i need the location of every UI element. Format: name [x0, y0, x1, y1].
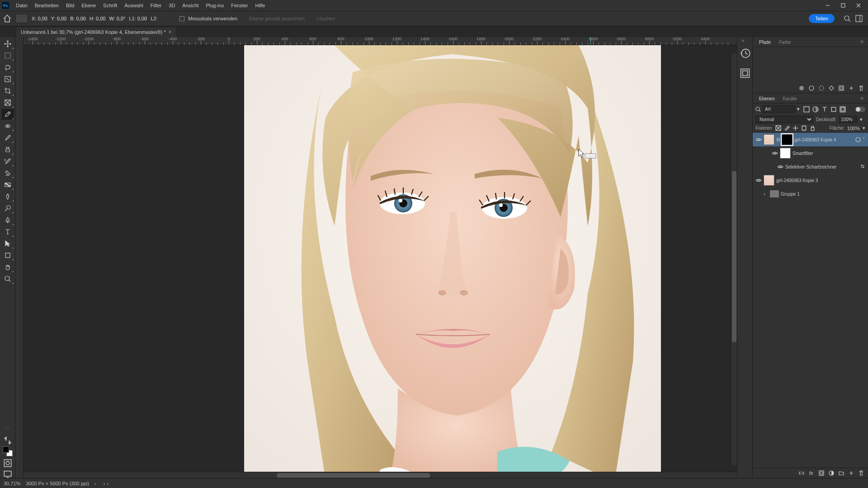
- workspace-icon[interactable]: [855, 15, 863, 22]
- next-icon[interactable]: ›: [107, 481, 108, 486]
- lock-artboard-icon[interactable]: [801, 125, 807, 131]
- menu-ebene[interactable]: Ebene: [78, 1, 99, 9]
- tab-ebenen[interactable]: Ebenen: [755, 94, 778, 103]
- clone-tool[interactable]: [1, 144, 14, 155]
- brush-tool[interactable]: [1, 132, 14, 143]
- shape-tool[interactable]: [1, 250, 14, 261]
- tool-preset-dropdown[interactable]: [15, 14, 28, 23]
- healing-tool[interactable]: [1, 121, 14, 131]
- layer-group1[interactable]: › Gruppe 1: [753, 187, 868, 201]
- new-group-icon[interactable]: [838, 470, 844, 476]
- crop-tool[interactable]: [1, 85, 14, 96]
- filter-smart-icon[interactable]: [840, 106, 846, 113]
- group-expand-icon[interactable]: ›: [764, 191, 768, 197]
- eyedropper-tool[interactable]: [1, 109, 14, 120]
- stroke-path-icon[interactable]: [808, 85, 815, 91]
- visibility-icon[interactable]: [772, 150, 778, 156]
- layer-name[interactable]: girl-2406963 Kopie 4: [794, 137, 854, 142]
- layer-kopie4[interactable]: ⛓ girl-2406963 Kopie 4 ˅: [753, 133, 868, 146]
- fg-bg-colors[interactable]: [3, 446, 13, 456]
- pen-tool[interactable]: [1, 215, 14, 225]
- straighten-button[interactable]: Ebene gerade ausrichten: [249, 16, 305, 21]
- marquee-tool[interactable]: [1, 50, 14, 61]
- layer-name[interactable]: Gruppe 1: [781, 192, 865, 197]
- layer-thumbnail[interactable]: [764, 134, 774, 145]
- eraser-tool[interactable]: [1, 168, 14, 178]
- menu-bearbeiten[interactable]: Bearbeiten: [32, 1, 62, 9]
- fill-value[interactable]: 100%: [847, 126, 860, 131]
- layer-sharpen-filter[interactable]: Selektiver Scharfzeichner: [753, 160, 868, 174]
- clear-button[interactable]: Löschen: [316, 16, 335, 21]
- layer-collapse-icon[interactable]: ˅: [863, 137, 865, 143]
- filter-dropdown-icon[interactable]: ▾: [797, 106, 800, 112]
- path-select-tool[interactable]: [1, 238, 14, 249]
- filter-pixel-icon[interactable]: [803, 106, 810, 113]
- close-button[interactable]: [851, 0, 866, 10]
- measurescale-checkbox[interactable]: [179, 16, 184, 21]
- frame-tool[interactable]: [1, 97, 14, 108]
- maximize-button[interactable]: [835, 0, 851, 10]
- menu-datei[interactable]: Datei: [13, 1, 31, 9]
- make-workpath-icon[interactable]: [828, 85, 835, 91]
- fill-path-icon[interactable]: [798, 85, 805, 91]
- search-icon[interactable]: [844, 15, 851, 22]
- menu-auswahl[interactable]: Auswahl: [121, 1, 146, 9]
- gradient-tool[interactable]: [1, 179, 14, 190]
- horizontal-scrollbar[interactable]: [24, 472, 737, 478]
- layer-name[interactable]: Smartfilter: [793, 151, 865, 156]
- blur-tool[interactable]: [1, 191, 14, 202]
- visibility-icon[interactable]: [755, 136, 762, 143]
- quickmask-icon[interactable]: [4, 459, 12, 467]
- screenmode-icon[interactable]: [4, 470, 12, 478]
- tab-farbe[interactable]: Farbe: [775, 38, 794, 47]
- menu-schrift[interactable]: Schrift: [100, 1, 120, 9]
- lock-pixels-icon[interactable]: [784, 125, 790, 131]
- add-mask-icon[interactable]: [838, 85, 844, 91]
- layer-style-icon[interactable]: fx: [808, 470, 815, 476]
- filter-type-icon[interactable]: [821, 106, 828, 113]
- layer-mask-thumbnail[interactable]: [782, 134, 793, 145]
- vertical-scrollbar[interactable]: [731, 53, 737, 465]
- lock-all-icon[interactable]: [810, 125, 816, 131]
- filter-shape-icon[interactable]: [830, 106, 837, 113]
- hand-tool[interactable]: [1, 262, 14, 272]
- move-tool[interactable]: [1, 38, 14, 49]
- layer-name[interactable]: girl-2406963 Kopie 3: [776, 178, 865, 183]
- layer-smartfilter[interactable]: Smartfilter: [753, 146, 868, 160]
- visibility-icon[interactable]: [777, 164, 783, 170]
- type-tool[interactable]: [1, 226, 14, 237]
- menu-filter[interactable]: Filter: [147, 1, 165, 9]
- menu-ansicht[interactable]: Ansicht: [179, 1, 202, 9]
- dodge-tool[interactable]: [1, 203, 14, 214]
- link-layers-icon[interactable]: [798, 470, 805, 476]
- menu-fenster[interactable]: Fenster: [228, 1, 251, 9]
- menu-3d[interactable]: 3D: [165, 1, 178, 9]
- share-button[interactable]: Teilen: [809, 14, 835, 23]
- lock-transparent-icon[interactable]: [775, 125, 781, 131]
- menu-hilfe[interactable]: Hilfe: [252, 1, 268, 9]
- zoom-tool[interactable]: [1, 273, 14, 284]
- status-flyout-icon[interactable]: ›: [94, 481, 96, 486]
- visibility-icon[interactable]: [755, 177, 762, 183]
- minimize-button[interactable]: [820, 0, 835, 10]
- tab-kanale[interactable]: Kanäle: [779, 94, 800, 103]
- filter-toggle[interactable]: [855, 107, 865, 112]
- opacity-value[interactable]: 100%: [839, 116, 857, 123]
- layer-thumbnail[interactable]: [764, 175, 774, 186]
- fill-flyout-icon[interactable]: ▾: [863, 125, 865, 131]
- filter-name[interactable]: Selektiver Scharfzeichner: [785, 164, 858, 169]
- layer-type-filter[interactable]: [763, 105, 795, 113]
- lock-position-icon[interactable]: [793, 125, 798, 131]
- home-icon[interactable]: [3, 14, 12, 23]
- link-icon[interactable]: ⛓: [776, 137, 780, 142]
- filter-mask-thumbnail[interactable]: [780, 148, 791, 159]
- load-selection-icon[interactable]: [818, 85, 825, 91]
- lasso-tool[interactable]: [1, 62, 14, 73]
- prev-icon[interactable]: ‹: [104, 481, 105, 486]
- document-tab[interactable]: Unbenannt-1 bei 30,7% (girl-2406963 Kopi…: [16, 27, 176, 37]
- blend-mode-select[interactable]: Normal: [755, 116, 813, 123]
- layers-panel-menu-icon[interactable]: ≡: [859, 94, 865, 103]
- menu-plugins[interactable]: Plug-ins: [203, 1, 227, 9]
- properties-panel-icon[interactable]: [740, 68, 750, 79]
- adjustment-layer-icon[interactable]: [828, 470, 835, 476]
